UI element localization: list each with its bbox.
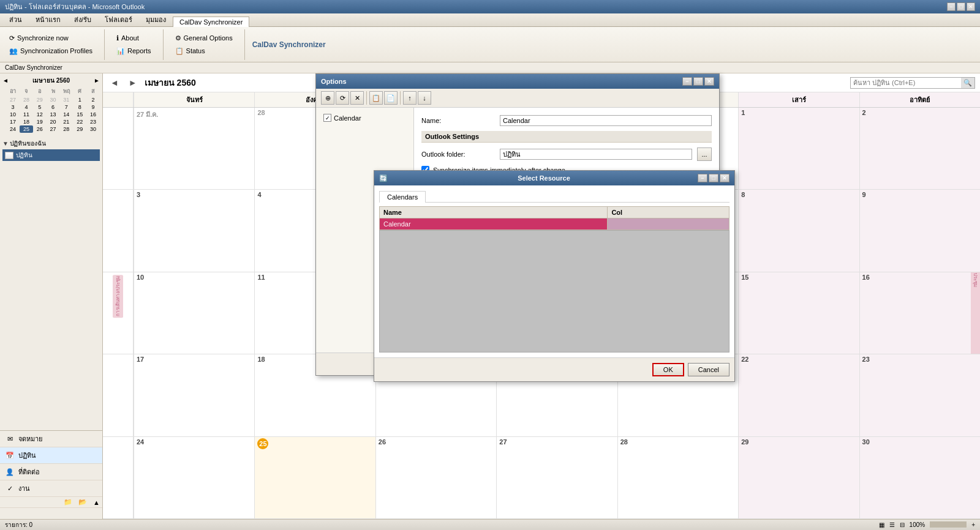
cal-cell-apr17[interactable]: 17 xyxy=(134,354,254,436)
nav-more-icon[interactable]: ▲ xyxy=(93,499,100,506)
mini-cal-next[interactable]: ► xyxy=(94,77,100,84)
select-resource-close-button[interactable]: ✕ xyxy=(720,174,729,182)
cal-cell-apr1[interactable]: 1 xyxy=(738,108,859,189)
nav-folder2-icon[interactable]: 📂 xyxy=(78,498,87,506)
cal-cell-apr8[interactable]: 8 xyxy=(738,190,859,271)
cal-cell-apr9[interactable]: 9 xyxy=(859,190,980,271)
nav-item-tasks[interactable]: ✓ งาน xyxy=(0,480,102,497)
options-up-button[interactable]: ↑ xyxy=(403,91,417,105)
tab-new[interactable]: หน้าแรก xyxy=(29,12,67,26)
options-tree-item-calendar[interactable]: ✓ Calendar xyxy=(321,113,409,123)
cal-cell-apr24[interactable]: 24 xyxy=(134,437,254,518)
tasks-icon: ✓ xyxy=(5,483,15,493)
view-list-icon[interactable]: ☰ xyxy=(889,521,895,528)
cal-cell-apr28[interactable]: 28 xyxy=(617,437,738,518)
search-button[interactable]: 🔍 xyxy=(961,78,974,88)
view-preview-icon[interactable]: ⊟ xyxy=(900,521,905,528)
options-folder-input[interactable] xyxy=(500,149,692,160)
general-options-button[interactable]: ⚙ General Options xyxy=(171,32,237,44)
select-resource-titlebar: 🔄 Select Resource − □ ✕ xyxy=(374,171,734,185)
title-bar-buttons: − □ ✕ xyxy=(947,2,975,11)
close-button[interactable]: ✕ xyxy=(967,2,975,11)
options-minimize-button[interactable]: − xyxy=(682,77,692,86)
options-copy-button[interactable]: 📋 xyxy=(369,91,383,105)
select-resource-row-0[interactable]: Calendar xyxy=(380,218,729,230)
tab-folder[interactable]: โฟลเดอร์ xyxy=(98,12,139,26)
minimize-button[interactable]: − xyxy=(947,2,956,11)
cal-prev-button[interactable]: ◄ xyxy=(108,78,121,88)
options-down-button[interactable]: ↓ xyxy=(418,91,431,105)
select-resource-title: Select Resource xyxy=(518,174,570,182)
calendar-folder-icon xyxy=(5,152,13,159)
cal-cell-apr3[interactable]: 3 xyxy=(134,190,254,271)
select-resource-cell-name-0: Calendar xyxy=(380,218,608,230)
options-dialog-title: Options xyxy=(321,78,347,85)
zoom-slider[interactable] xyxy=(930,521,967,528)
reports-icon: 📊 xyxy=(116,47,125,55)
toolbar-brand: CalDav Synchronizer xyxy=(252,40,326,49)
tab-home[interactable]: ส่วน xyxy=(2,12,29,26)
view-normal-icon[interactable]: ▦ xyxy=(879,521,884,528)
options-paste-button[interactable]: 📄 xyxy=(384,91,398,105)
status-bar: รายการ: 0 ▦ ☰ ⊟ 100% + xyxy=(0,519,980,530)
title-bar: ปฏิทิน - โฟลเดอร์ส่วนบุคคล - Microsoft O… xyxy=(0,0,980,13)
cal-cell-apr23[interactable]: 23 xyxy=(859,354,980,436)
maximize-button[interactable]: □ xyxy=(957,2,965,11)
select-resource-cancel-button[interactable]: Cancel xyxy=(688,363,729,376)
options-folder-field: Outlook folder: ... xyxy=(421,147,712,161)
select-resource-icon: 🔄 xyxy=(379,174,388,182)
folder-item-calendar[interactable]: ปฏิทิน xyxy=(2,149,100,161)
nav-folder-icon[interactable]: 📁 xyxy=(64,498,72,506)
sync-profiles-button[interactable]: 👥 Synchronization Profiles xyxy=(5,45,97,57)
cal-cell-apr27[interactable]: 27 xyxy=(496,437,617,518)
mini-cal-day-header-3: พ xyxy=(47,86,60,96)
cal-cell-apr15[interactable]: 15 xyxy=(738,272,859,354)
calendar-title: เมษายน 2560 xyxy=(145,76,196,89)
options-name-input[interactable] xyxy=(500,115,712,126)
options-delete-button[interactable]: ✕ xyxy=(350,91,364,105)
mini-cal-prev[interactable]: ◄ xyxy=(2,77,9,84)
cal-cell-mar27[interactable]: 27 มี.ค. xyxy=(134,108,254,189)
mini-cal-header: ◄ เมษายน 2560 ► xyxy=(2,76,100,85)
cal-week-5: 24 25 26 27 28 29 30 xyxy=(103,437,980,519)
cal-cell-apr22[interactable]: 22 xyxy=(738,354,859,436)
options-close-button[interactable]: ✕ xyxy=(704,77,714,86)
mini-cal-day-header-6: ส xyxy=(86,86,100,96)
options-add-button[interactable]: ⊕ xyxy=(321,91,334,105)
options-tree-checkbox[interactable]: ✓ xyxy=(323,114,331,122)
nav-item-mail[interactable]: ✉ จดหมาย xyxy=(0,431,102,447)
select-resource-ok-button[interactable]: OK xyxy=(652,363,684,376)
tab-send-receive[interactable]: ส่ง/รับ xyxy=(67,12,98,26)
nav-calendar-label: ปฏิทิน xyxy=(18,450,36,461)
cal-cell-apr26[interactable]: 26 xyxy=(375,437,496,518)
about-button[interactable]: ℹ About xyxy=(112,32,156,44)
options-browse-button[interactable]: ... xyxy=(697,147,712,161)
select-resource-maximize-button[interactable]: □ xyxy=(709,174,718,182)
options-maximize-button[interactable]: □ xyxy=(693,77,703,86)
ribbon-tabs: ส่วน หน้าแรก ส่ง/รับ โฟลเดอร์ มุมมอง Cal… xyxy=(0,13,980,27)
status-right: ▦ ☰ ⊟ 100% + xyxy=(879,521,975,528)
select-resource-minimize-button[interactable]: − xyxy=(698,174,707,182)
nav-item-contacts[interactable]: 👤 ที่ติดต่อ xyxy=(0,464,102,480)
nav-contacts-label: ที่ติดต่อ xyxy=(18,466,40,477)
cal-cell-apr29[interactable]: 29 xyxy=(738,437,859,518)
select-resource-dialog: 🔄 Select Resource − □ ✕ Calendars Name C… xyxy=(374,170,735,382)
status-button[interactable]: 📋 Status xyxy=(171,45,237,57)
synchronize-now-button[interactable]: ⟳ Synchronize now xyxy=(5,32,97,44)
search-input[interactable] xyxy=(851,78,961,88)
select-resource-tab-calendars[interactable]: Calendars xyxy=(379,191,426,203)
nav-item-calendar[interactable]: 📅 ปฏิทิน xyxy=(0,447,102,464)
options-refresh-button[interactable]: ⟳ xyxy=(336,91,349,105)
cal-cell-apr16[interactable]: 16 ประชุม xyxy=(859,272,980,354)
app-title: ปฏิทิน - โฟลเดอร์ส่วนบุคคล - Microsoft O… xyxy=(5,1,145,12)
cal-cell-apr10[interactable]: 10 xyxy=(134,272,254,354)
cal-next-button[interactable]: ► xyxy=(126,78,140,88)
zoom-in-icon[interactable]: + xyxy=(971,521,975,528)
tab-caldav[interactable]: CalDav Synchronizer xyxy=(173,17,249,27)
cal-cell-apr2[interactable]: 2 xyxy=(859,108,980,189)
tab-view[interactable]: มุมมอง xyxy=(139,12,173,26)
reports-button[interactable]: 📊 Reports xyxy=(112,45,156,57)
select-resource-cell-col-0 xyxy=(608,218,729,230)
cal-cell-apr30[interactable]: 30 xyxy=(859,437,980,518)
cal-cell-apr25[interactable]: 25 xyxy=(254,437,375,518)
